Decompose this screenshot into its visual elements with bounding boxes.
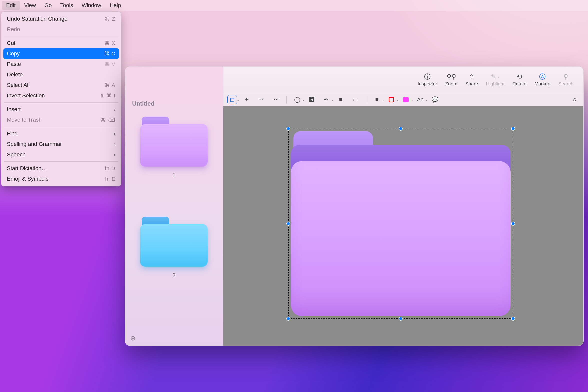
sketch-tool[interactable]: 〰 [256,95,266,104]
instant-alpha-tool[interactable]: ✦ [242,95,251,104]
menu-item-start-dictation[interactable]: Start Dictation…fn D [3,163,119,174]
text-tool[interactable]: 🅰 [307,95,316,104]
menu-item-copy[interactable]: Copy⌘ C [3,48,119,59]
menu-edit[interactable]: Edit [2,1,20,10]
menu-item-delete[interactable]: Delete [3,70,119,80]
menu-item-cut[interactable]: Cut⌘ X [3,38,119,48]
rotate-button[interactable]: ⟲Rotate [512,73,526,87]
menu-help[interactable]: Help [105,1,125,10]
menu-item-move-to-trash: Move to Trash⌘ ⌫ [3,115,119,125]
resize-handle-tm[interactable] [399,127,403,131]
fill-color-tool[interactable]: ⌄ [401,95,411,104]
submenu-arrow-icon: › [114,152,115,158]
menu-view[interactable]: View [20,1,40,10]
highlight-label: Highlight [486,81,505,87]
page-number: 1 [140,172,208,179]
shortcut-label: ⌘ V [104,61,115,67]
rotate-icon: ⟲ [512,73,526,80]
share-button[interactable]: ⇪Share [465,73,478,87]
resize-handle-tr[interactable] [511,127,515,131]
menu-item-insert[interactable]: Insert› [3,104,119,115]
inspector-label: Inspector [418,81,437,87]
menu-item-undo-saturation-change[interactable]: Undo Saturation Change⌘ Z [3,14,119,24]
page-thumbnail-1[interactable]: 1 [140,117,208,179]
menu-separator [4,102,118,103]
selection-tool[interactable]: ◻⌄ [227,95,237,104]
menu-separator [4,36,118,36]
sign-tool[interactable]: ✒⌄ [321,95,331,104]
inspector-icon: ⓘ [418,73,437,80]
resize-handle-ml[interactable] [286,222,290,226]
resize-handle-tl[interactable] [286,127,290,131]
add-page-button[interactable]: ⊕ [130,334,136,342]
line-style-tool[interactable]: ≡⌄ [372,95,382,104]
menu-item-select-all[interactable]: Select All⌘ A [3,80,119,90]
folder-icon [140,216,208,266]
menu-go[interactable]: Go [40,1,56,10]
share-label: Share [465,81,478,87]
zoom-icon: ⚲⚲ [445,73,457,80]
page-number: 2 [140,272,208,278]
annotate-tool[interactable]: 💬 [430,95,440,104]
share-icon: ⇪ [465,73,478,80]
shortcut-label: fn E [105,176,115,182]
menu-separator [4,127,118,127]
zoom-label: Zoom [445,81,457,87]
canvas[interactable] [223,106,583,346]
markup-toolstrip: ◻⌄ ✦ 〰 〰 ◯⌄ 🅰 ✒⌄ ≡ ▭ ≡⌄ ⌄ ⌄ Aa⌄ 💬 ⟃ [223,93,583,106]
crop-tool[interactable]: ⟃ [570,95,579,104]
markup-label: Markup [534,81,550,87]
sidebar-title: Untitled [132,100,154,107]
shortcut-label: ⌘ A [105,82,115,88]
menu-item-find[interactable]: Find› [3,128,119,139]
menu-item-speech[interactable]: Speech› [3,150,119,160]
draw-tool[interactable]: 〰 [271,95,280,104]
shortcut-label: ⌘ Z [105,16,115,22]
zoom-button[interactable]: ⚲⚲Zoom [445,73,457,87]
shortcut-label: fn D [105,166,115,172]
menu-tools[interactable]: Tools [56,1,77,10]
highlight-button: ✎⌄Highlight [486,73,505,87]
page-thumbnail-2[interactable]: 2 [140,216,208,278]
shortcut-label: ⌘ X [104,40,115,46]
edit-menu-dropdown: Undo Saturation Change⌘ ZRedoCut⌘ XCopy⌘… [1,12,121,186]
shortcut-label: ⇧ ⌘ I [100,93,115,99]
inspector-button[interactable]: ⓘInspector [418,73,437,87]
markup-icon: Ⓐ [534,73,550,80]
search-button: ⚲Search [558,73,573,87]
resize-handle-bm[interactable] [399,316,403,320]
highlight-icon: ✎⌄ [486,73,505,80]
thumbnail-sidebar: Untitled 1 2 ⊕ [125,67,223,346]
resize-handle-br[interactable] [511,316,515,320]
menu-item-emoji-symbols[interactable]: Emoji & Symbolsfn E [3,174,119,184]
menu-item-redo: Redo [3,24,119,35]
menu-item-spelling-and-grammar[interactable]: Spelling and Grammar› [3,139,119,150]
menubar: EditViewGoToolsWindowHelp [0,0,588,11]
preview-window: ◫ ⌄ View Untitled Edited ⓘInspector⚲⚲Zoo… [125,66,584,346]
menu-separator [4,162,118,162]
submenu-arrow-icon: › [114,131,115,136]
search-label: Search [558,81,573,87]
border-color-tool[interactable]: ⌄ [387,95,396,104]
adjust-size-tool[interactable]: ▭ [350,95,360,104]
selection-bounds[interactable] [288,129,513,318]
menu-item-invert-selection[interactable]: Invert Selection⇧ ⌘ I [3,90,119,101]
resize-handle-mr[interactable] [511,222,515,226]
resize-handle-bl[interactable] [286,316,290,320]
desktop: EditViewGoToolsWindowHelp Undo Saturatio… [0,0,588,392]
shortcut-label: ⌘ C [104,51,115,57]
menu-item-paste[interactable]: Paste⌘ V [3,59,119,70]
text-style-tool[interactable]: Aa⌄ [416,95,425,104]
submenu-arrow-icon: › [114,107,115,112]
shortcut-label: ⌘ ⌫ [100,117,115,123]
folder-icon [140,117,208,167]
submenu-arrow-icon: › [114,142,115,147]
menu-window[interactable]: Window [77,1,105,10]
rotate-label: Rotate [512,81,526,87]
shapes-tool[interactable]: ◯⌄ [293,95,302,104]
selection-marquee [288,129,513,318]
markup-button[interactable]: ⒶMarkup [534,73,550,87]
adjust-color-tool[interactable]: ≡ [336,95,345,104]
search-icon: ⚲ [558,73,573,80]
